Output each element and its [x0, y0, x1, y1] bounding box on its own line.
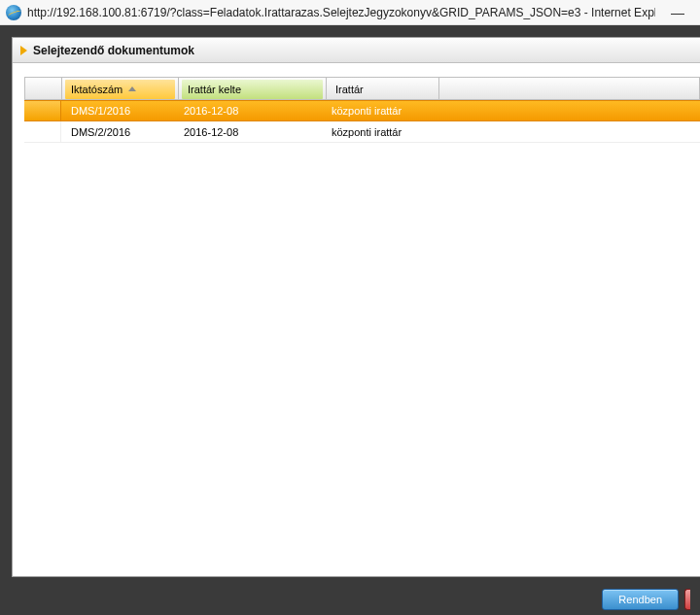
grid: Iktatószám Irattár kelte Irattár	[13, 63, 700, 576]
grid-header-lead	[25, 78, 62, 99]
main-panel: Selejtezendő dokumentumok Iktatószám Ira…	[12, 37, 700, 577]
minimize-button[interactable]: —	[661, 3, 694, 22]
sort-asc-icon	[128, 86, 136, 91]
cell-irattar: központi irattár	[326, 105, 700, 117]
window-titlebar: http://192.168.100.81:6719/?class=Felada…	[0, 0, 700, 25]
column-label: Iktatószám	[71, 84, 122, 95]
secondary-button-stub[interactable]	[684, 589, 690, 610]
cell-iktatoszam: DMS/1/2016	[61, 105, 178, 117]
window-title: http://192.168.100.81:6719/?class=Felada…	[27, 6, 655, 19]
cell-kelte: 2016-12-08	[178, 105, 326, 117]
bottom-toolbar: Rendben	[0, 584, 700, 615]
table-row[interactable]: DMS/1/20162016-12-08központi irattár	[24, 100, 700, 121]
grid-body: DMS/1/20162016-12-08központi irattárDMS/…	[24, 100, 700, 143]
ok-button[interactable]: Rendben	[602, 589, 679, 610]
cell-irattar: központi irattár	[326, 126, 700, 138]
panel-title: Selejtezendő dokumentumok	[33, 44, 194, 57]
row-lead	[24, 121, 61, 142]
column-irattar-kelte[interactable]: Irattár kelte	[179, 78, 327, 99]
row-lead	[24, 101, 61, 120]
ie-icon	[6, 5, 21, 20]
chevron-right-icon	[20, 46, 27, 55]
panel-header[interactable]: Selejtezendő dokumentumok	[13, 38, 700, 63]
app-frame: Selejtezendő dokumentumok Iktatószám Ira…	[0, 25, 700, 615]
column-label: Irattár kelte	[188, 84, 241, 95]
column-spacer[interactable]	[439, 78, 700, 99]
cell-kelte: 2016-12-08	[178, 126, 326, 138]
column-irattar[interactable]: Irattár	[327, 78, 439, 99]
table-row[interactable]: DMS/2/20162016-12-08központi irattár	[24, 121, 700, 143]
column-label: Irattár	[335, 84, 364, 95]
cell-iktatoszam: DMS/2/2016	[61, 126, 178, 138]
column-iktatoszam[interactable]: Iktatószám	[62, 78, 179, 99]
grid-header-row: Iktatószám Irattár kelte Irattár	[24, 77, 700, 100]
